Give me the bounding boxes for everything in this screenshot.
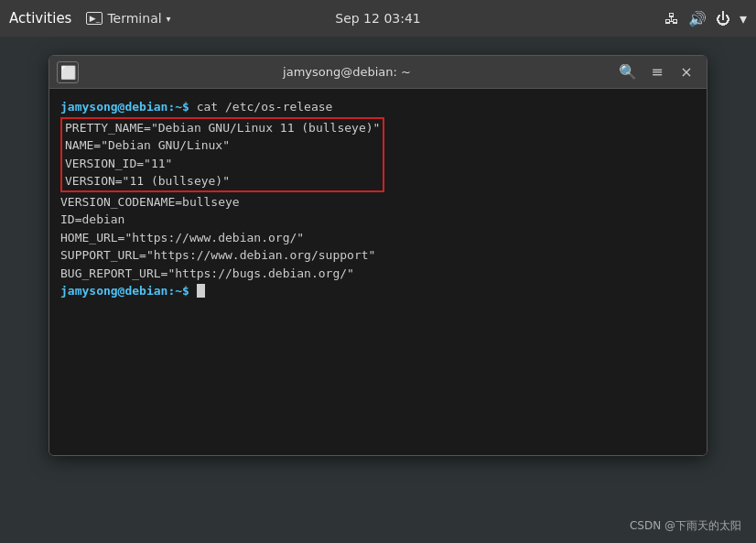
- terminal-titlebar: ⬜ jamysong@debian: ~ 🔍 ≡ ×: [49, 56, 707, 89]
- system-menu-icon[interactable]: ▾: [740, 10, 747, 27]
- output-line-9: BUG_REPORT_URL="https://bugs.debian.org/…: [60, 265, 696, 283]
- titlebar-left: ⬜: [57, 61, 79, 83]
- activities-button[interactable]: Activities: [9, 10, 71, 27]
- terminal-body[interactable]: jamysong@debian:~$ cat /etc/os-release P…: [49, 89, 707, 455]
- output-line-1: PRETTY_NAME="Debian GNU/Linux 11 (bullse…: [62, 119, 383, 137]
- terminal-icon: ▶_: [86, 12, 103, 25]
- topbar-right: 🖧 🔊 ⏻ ▾: [664, 10, 747, 27]
- watermark: CSDN @下雨天的太阳: [630, 518, 741, 534]
- prompt-1: jamysong@debian:~$: [60, 100, 189, 114]
- volume-icon[interactable]: 🔊: [688, 10, 707, 27]
- search-button[interactable]: 🔍: [615, 60, 641, 85]
- network-icon[interactable]: 🖧: [664, 10, 679, 27]
- output-line-4: VERSION="11 (bullseye)": [62, 172, 383, 190]
- cursor: [197, 284, 205, 298]
- output-line-2: NAME="Debian GNU/Linux": [62, 136, 383, 155]
- chevron-down-icon: ▾: [167, 14, 171, 24]
- close-button[interactable]: ×: [674, 60, 699, 85]
- menu-button[interactable]: ≡: [644, 60, 670, 85]
- terminal-line-prompt2: jamysong@debian:~$: [60, 282, 696, 300]
- highlighted-output-block: PRETTY_NAME="Debian GNU/Linux 11 (bullse…: [60, 117, 384, 192]
- restore-button[interactable]: ⬜: [57, 61, 79, 83]
- power-icon[interactable]: ⏻: [716, 10, 730, 27]
- desktop: ⬜ jamysong@debian: ~ 🔍 ≡ × jamysong@debi…: [0, 37, 756, 543]
- output-line-3: VERSION_ID="11": [62, 155, 383, 173]
- topbar-datetime: Sep 12 03:41: [335, 11, 420, 26]
- terminal-line-command: jamysong@debian:~$ cat /etc/os-release: [60, 98, 696, 116]
- terminal-label: Terminal: [107, 11, 161, 26]
- output-line-5: VERSION_CODENAME=bullseye: [60, 193, 696, 212]
- titlebar-right: 🔍 ≡ ×: [615, 60, 699, 85]
- prompt-2: jamysong@debian:~$: [60, 284, 189, 298]
- window-title: jamysong@debian: ~: [79, 65, 615, 79]
- command-1: cat /etc/os-release: [189, 100, 333, 114]
- output-line-8: SUPPORT_URL="https://www.debian.org/supp…: [60, 246, 696, 265]
- topbar: Activities ▶_ Terminal ▾ Sep 12 03:41 🖧 …: [0, 0, 756, 37]
- output-line-6: ID=debian: [60, 211, 696, 229]
- topbar-left: Activities ▶_ Terminal ▾: [9, 10, 171, 27]
- terminal-menu-button[interactable]: ▶_ Terminal ▾: [86, 11, 170, 26]
- terminal-window: ⬜ jamysong@debian: ~ 🔍 ≡ × jamysong@debi…: [49, 55, 707, 456]
- output-line-7: HOME_URL="https://www.debian.org/": [60, 229, 696, 247]
